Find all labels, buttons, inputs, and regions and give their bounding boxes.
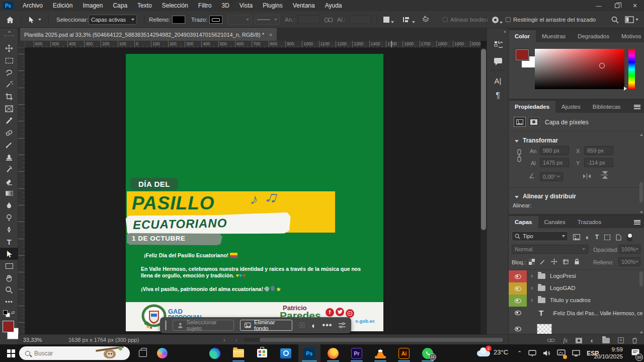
dock-expand-icon[interactable]: « — [504, 29, 506, 34]
premiere-icon[interactable]: Pr — [346, 344, 368, 362]
pen-tool[interactable] — [0, 224, 18, 236]
notification-center-button[interactable]: 10 — [631, 348, 640, 358]
select-mode-dropdown[interactable]: Capas activas — [89, 15, 137, 25]
path-selection-tool[interactable] — [0, 248, 18, 260]
properties-scrollbar[interactable] — [639, 134, 643, 213]
crop-tool[interactable] — [0, 91, 18, 103]
layer-name[interactable]: LogoPresi — [550, 273, 576, 279]
taskbar-search[interactable] — [19, 346, 130, 360]
dodge-tool[interactable] — [0, 211, 18, 224]
swap-colors-icon[interactable]: ⇄ — [11, 310, 15, 315]
panel-menu-icon[interactable] — [634, 105, 640, 109]
menu-vista[interactable]: Vista — [234, 0, 258, 11]
lasso-tool[interactable] — [0, 66, 18, 79]
link-layers-icon[interactable] — [547, 338, 555, 343]
tab-canales[interactable]: Canales — [538, 216, 572, 228]
tab-degradados[interactable]: Degradados — [572, 30, 615, 42]
path-arrangement-button[interactable] — [422, 11, 430, 28]
copilot-icon[interactable] — [151, 344, 173, 362]
visibility-toggle[interactable] — [509, 295, 527, 307]
flip-horizontal-icon[interactable] — [583, 173, 591, 179]
toolbox-grip[interactable] — [4, 35, 14, 36]
marquee-tool[interactable] — [0, 54, 18, 66]
visibility-toggle[interactable] — [509, 323, 527, 334]
comments-panel-button[interactable] — [490, 53, 506, 67]
rectangle-tool[interactable] — [0, 260, 18, 272]
speaker-icon[interactable] — [543, 350, 550, 356]
frame-tool[interactable] — [0, 103, 18, 115]
expand-group-icon[interactable]: › — [531, 272, 533, 279]
path-operations-button[interactable] — [383, 11, 394, 28]
filter-shape-icon[interactable] — [604, 235, 610, 240]
more-options-button[interactable]: ••• — [323, 321, 333, 330]
menu-archivo[interactable]: Archivo — [18, 0, 48, 11]
tab-motivos[interactable]: Motivos — [615, 30, 644, 42]
tab-close-icon[interactable]: × — [269, 32, 272, 38]
menu-edicion[interactable]: Edición — [48, 0, 77, 11]
layer-filter-icons[interactable]: ◐ T — [573, 233, 632, 242]
hidden-icons-chevron[interactable]: ⌃ — [517, 350, 522, 356]
visibility-toggle[interactable] — [509, 282, 527, 295]
toolbox-collapse-icon[interactable]: » — [0, 29, 18, 34]
menu-plugins[interactable]: Plugins — [258, 0, 287, 11]
layer-row[interactable]: › Titulo y cuadros — [509, 295, 644, 307]
healing-brush-tool[interactable] — [0, 127, 18, 139]
eyedropper-tool[interactable] — [0, 115, 18, 127]
current-tool-button[interactable] — [28, 11, 41, 28]
filter-smartobject-icon[interactable] — [616, 234, 621, 241]
eraser-tool[interactable] — [0, 175, 18, 187]
color-swatch-pair[interactable] — [516, 49, 535, 67]
history-brush-tool[interactable] — [0, 163, 18, 175]
close-button[interactable]: × — [626, 0, 644, 11]
history-panel-button[interactable] — [490, 37, 506, 51]
new-group-icon[interactable] — [602, 338, 610, 343]
link-dimensions-icon[interactable] — [517, 149, 522, 162]
delete-layer-icon[interactable] — [632, 337, 637, 344]
visibility-toggle[interactable] — [509, 270, 527, 282]
menu-filtro[interactable]: Filtro — [193, 0, 217, 11]
restore-button[interactable] — [608, 0, 626, 11]
filter-pixel-icon[interactable] — [573, 234, 580, 240]
expand-group-icon[interactable]: › — [531, 297, 533, 304]
status-arrow-icon[interactable]: › — [223, 337, 225, 343]
poster-document[interactable]: DÍA DEL PASILLO ♪ ♫ ECUATORIANO 1 DE OCT… — [126, 54, 383, 331]
tab-capas[interactable]: Capas — [509, 216, 538, 228]
menu-capa[interactable]: Capa — [108, 0, 132, 11]
stroke-swatch[interactable] — [209, 16, 222, 24]
expand-group-icon[interactable]: › — [531, 284, 533, 292]
clone-stamp-tool[interactable] — [0, 151, 18, 163]
flip-vertical-icon[interactable] — [602, 171, 608, 179]
filter-type-icon[interactable]: T — [595, 234, 599, 241]
tab-propiedades[interactable]: Propiedades — [509, 101, 555, 113]
layer-row[interactable]: T iFeliz Día del Pas... Valle Hermoso, c… — [509, 307, 644, 321]
color-field[interactable] — [535, 49, 624, 89]
hue-slider-arrow[interactable] — [624, 87, 627, 91]
add-mask-icon[interactable] — [576, 338, 582, 343]
filter-toggle[interactable] — [627, 233, 632, 242]
gradient-tool[interactable] — [0, 187, 18, 199]
mask-icon[interactable] — [528, 117, 540, 127]
quick-selection-tool[interactable] — [0, 79, 18, 91]
pixel-layer-icon[interactable] — [514, 117, 526, 127]
restringir-checkbox[interactable]: Restringir el arrastre del trazado — [506, 11, 596, 28]
hue-slider[interactable] — [628, 49, 635, 89]
canvas-area[interactable]: DÍA DEL PASILLO ♪ ♫ ECUATORIANO 1 DE OCT… — [25, 48, 480, 334]
menu-imagen[interactable]: Imagen — [77, 0, 108, 11]
clock[interactable]: 9:59 20/10/2025 — [594, 346, 623, 360]
microsoft-store-icon[interactable] — [251, 344, 273, 362]
layer-effects-icon[interactable]: fx — [563, 337, 568, 344]
canvas-vertical-scrollbar[interactable] — [480, 48, 487, 334]
panel-menu-icon[interactable] — [634, 220, 640, 225]
tab-color[interactable]: Color — [509, 30, 536, 42]
layer-filter-dropdown[interactable]: Tipo — [512, 231, 568, 241]
type-tool[interactable]: T — [0, 236, 18, 248]
default-colors-icon[interactable] — [3, 310, 10, 317]
photoshop-taskbar-icon[interactable]: Ps — [298, 344, 320, 362]
illustrator-icon[interactable]: Ai — [393, 344, 415, 362]
filter-adjustment-icon[interactable]: ◐ — [586, 234, 590, 241]
visibility-toggle[interactable] — [509, 307, 527, 319]
hand-tool[interactable] — [0, 272, 18, 284]
layer-row-partial[interactable] — [509, 323, 644, 334]
fill-swatch[interactable] — [172, 16, 185, 24]
path-alignment-button[interactable] — [403, 11, 415, 28]
